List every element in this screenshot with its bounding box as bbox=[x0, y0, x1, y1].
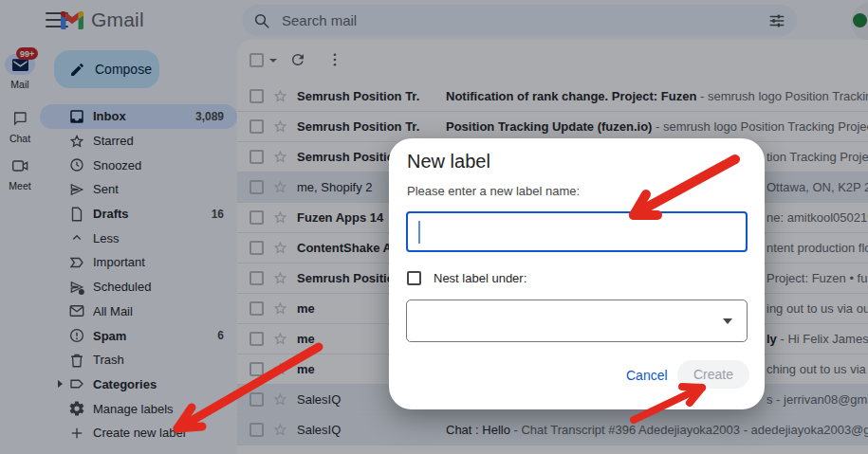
dialog-title: New label bbox=[407, 151, 490, 173]
label-name-input[interactable] bbox=[408, 213, 746, 250]
select-caret-icon bbox=[723, 318, 732, 324]
nest-label-checkbox[interactable] bbox=[407, 271, 421, 285]
gmail-window: Gmail Search mail 99+ Mail bbox=[0, 0, 868, 454]
nest-under-select[interactable] bbox=[406, 300, 748, 342]
text-cursor bbox=[418, 221, 420, 244]
label-name-input-wrap bbox=[406, 211, 748, 252]
cancel-button[interactable]: Cancel bbox=[626, 368, 668, 383]
nest-label-text: Nest label under: bbox=[434, 271, 526, 285]
new-label-dialog: New label Please enter a new label name:… bbox=[389, 138, 765, 409]
create-button[interactable]: Create bbox=[677, 360, 749, 389]
dialog-prompt: Please enter a new label name: bbox=[407, 184, 580, 198]
